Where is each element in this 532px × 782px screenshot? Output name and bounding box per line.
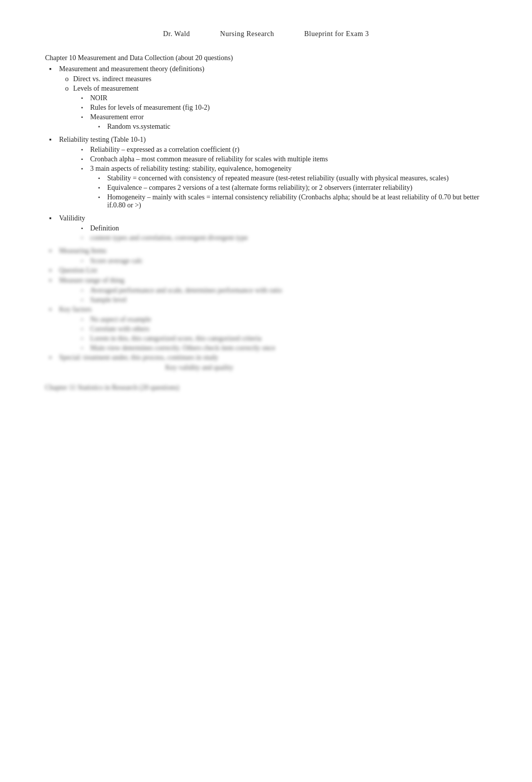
header-document: Blueprint for Exam 3 <box>304 30 369 38</box>
list-item: Key factors <box>45 306 492 314</box>
header-course: Nursing Research <box>220 30 274 38</box>
list-item: Special: treatment under, this process, … <box>45 354 492 362</box>
list-item: Random vs.systematic <box>45 123 492 131</box>
chapter-10-title: Chapter 10 Measurement and Data Collecti… <box>45 54 492 62</box>
list-item: Rules for levels of measurement (fig 10-… <box>45 104 492 112</box>
list-item: Homogeneity – mainly with scales = inter… <box>45 193 492 209</box>
list-item: Correlate with others <box>45 325 492 333</box>
list-item: NOIR <box>45 94 492 102</box>
list-item: Definition <box>45 224 492 232</box>
list-item: Key validity and quality <box>45 364 492 372</box>
list-item: content types and correlation, convergen… <box>45 234 492 242</box>
list-item: Reliability testing (Table 10-1) <box>45 136 492 144</box>
page-header: Dr. Wald Nursing Research Blueprint for … <box>40 30 492 38</box>
list-item: Equivalence – compares 2 versions of a t… <box>45 184 492 192</box>
header-author: Dr. Wald <box>163 30 190 38</box>
list-item: Averaged performance and scale, determin… <box>45 287 492 295</box>
list-item: No aspect of example <box>45 316 492 324</box>
list-item: Levels of measurement <box>45 85 492 93</box>
list-item: Lorem in this, this categorized score, t… <box>45 335 492 343</box>
chapter-11-title: Chapter 11 Statistics in Research (20 qu… <box>45 384 492 392</box>
list-item: Score average calc <box>45 257 492 265</box>
list-item: Main view determines correctly. Others c… <box>45 344 492 352</box>
list-item: Measuring Items <box>45 247 492 255</box>
list-item: Stability = concerned with consistency o… <box>45 174 492 182</box>
list-item: Measurement and measurement theory (defi… <box>45 65 492 73</box>
list-item: Measurement error <box>45 113 492 121</box>
list-item: Question List <box>45 267 492 275</box>
list-item: Sample level <box>45 296 492 304</box>
list-item: Measure range of thing <box>45 277 492 285</box>
list-item: Cronbach alpha – most common measure of … <box>45 155 492 163</box>
list-item: 3 main aspects of reliability testing: s… <box>45 165 492 173</box>
list-item: Reliability – expressed as a correlation… <box>45 146 492 154</box>
list-item: Valilidity <box>45 214 492 222</box>
main-content: Chapter 10 Measurement and Data Collecti… <box>40 54 492 392</box>
list-item: Direct vs. indirect measures <box>45 75 492 83</box>
